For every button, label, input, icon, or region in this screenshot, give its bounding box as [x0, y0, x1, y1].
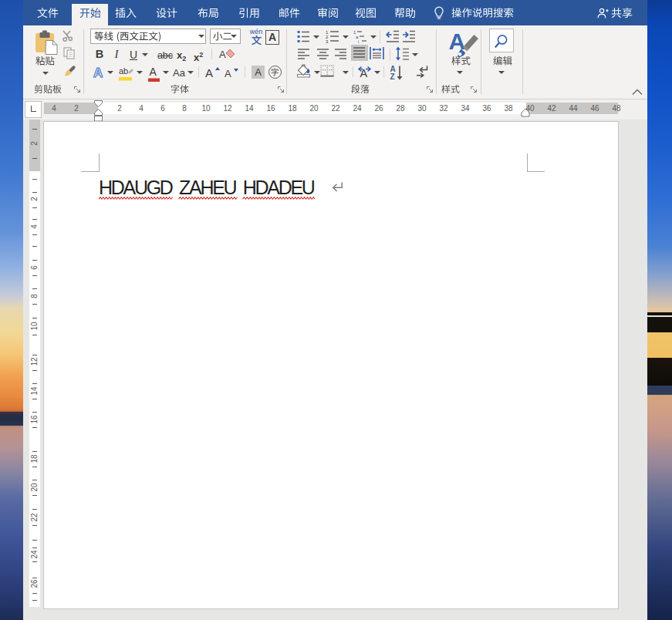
svg-text:A: A [225, 68, 231, 79]
svg-text:A: A [150, 66, 157, 78]
svg-text:3: 3 [326, 39, 329, 44]
svg-text:A: A [93, 66, 103, 79]
svg-text:i: i [358, 39, 359, 44]
svg-text:A: A [449, 29, 466, 54]
svg-text:Z: Z [390, 72, 395, 80]
svg-text:A: A [219, 49, 226, 60]
svg-text:A: A [205, 66, 213, 79]
svg-text:ab: ab [119, 66, 128, 76]
